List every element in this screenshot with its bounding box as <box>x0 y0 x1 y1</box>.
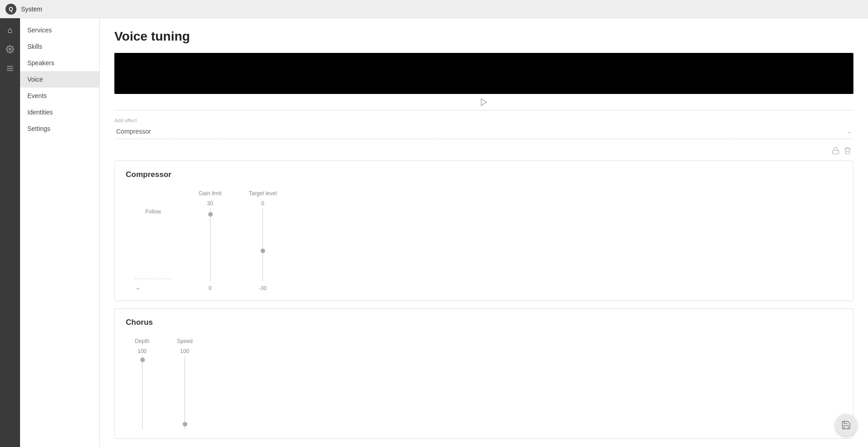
effect-actions <box>114 146 853 157</box>
target-level-thumb[interactable] <box>261 249 265 253</box>
save-fab-button[interactable] <box>835 414 857 436</box>
target-level-top-value: 0 <box>261 200 264 207</box>
compressor-card: Compressor Follow ⌄ Gain limit 30 <box>114 161 853 301</box>
sidebar-item-services[interactable]: Services <box>20 22 99 38</box>
app-logo: Q <box>5 4 16 15</box>
add-effect-value: Compressor <box>116 128 151 135</box>
add-effect-label: Add effect <box>114 118 853 123</box>
gain-limit-thumb[interactable] <box>208 212 213 217</box>
home-icon[interactable]: ⌂ <box>2 22 18 38</box>
sidebar-item-speakers[interactable]: Speakers <box>20 55 99 71</box>
target-level-group: Target level 0 -30 <box>249 190 277 291</box>
gain-limit-group: Gain limit 30 0 <box>199 190 221 291</box>
gain-limit-slider[interactable] <box>210 208 211 281</box>
compressor-title: Compressor <box>126 170 842 179</box>
page-title: Voice tuning <box>114 29 853 44</box>
speed-track <box>185 356 185 429</box>
speed-group: Speed 100 <box>177 338 193 429</box>
chorus-card: Chorus Depth 100 Speed 100 <box>114 308 853 439</box>
compressor-sliders: Follow ⌄ Gain limit 30 0 <box>126 190 842 291</box>
svg-marker-4 <box>481 99 487 105</box>
depth-track <box>142 356 143 429</box>
chorus-title: Chorus <box>126 318 842 327</box>
chorus-sliders: Depth 100 Speed 100 <box>126 338 842 429</box>
speed-value: 100 <box>180 348 189 354</box>
depth-value: 100 <box>138 348 147 354</box>
target-level-bottom-value: -30 <box>259 285 267 291</box>
lock-button[interactable] <box>832 146 840 157</box>
main-content: Voice tuning Add effect Compressor ⌄ <box>100 18 868 447</box>
target-level-track <box>262 208 263 281</box>
topbar: Q System <box>0 0 868 18</box>
play-button[interactable] <box>479 98 488 107</box>
sidebar-item-skills[interactable]: Skills <box>20 38 99 55</box>
chevron-down-icon: ⌄ <box>847 128 852 135</box>
speed-slider[interactable] <box>185 356 185 429</box>
delete-button[interactable] <box>843 146 852 157</box>
waveform-display <box>114 53 853 94</box>
gain-limit-bottom-value: 0 <box>209 285 212 291</box>
add-effect-section: Add effect Compressor ⌄ <box>114 118 853 139</box>
follow-group: Follow ⌄ <box>135 208 171 291</box>
gain-limit-track <box>210 208 211 281</box>
speed-thumb[interactable] <box>183 422 187 426</box>
depth-label: Depth <box>135 338 149 344</box>
svg-point-0 <box>9 48 11 51</box>
sidebar-item-identities[interactable]: Identities <box>20 104 99 120</box>
gain-limit-top-value: 30 <box>207 200 213 207</box>
depth-slider[interactable] <box>142 356 143 429</box>
follow-dotted-line <box>135 279 171 279</box>
sidebar-nav: Services Skills Speakers Voice Events Id… <box>20 18 100 447</box>
speed-label: Speed <box>177 338 193 344</box>
target-level-slider[interactable] <box>262 208 263 281</box>
depth-group: Depth 100 <box>135 338 149 429</box>
depth-thumb[interactable] <box>140 358 145 362</box>
gain-limit-label: Gain limit <box>199 190 221 197</box>
add-effect-dropdown[interactable]: Compressor ⌄ <box>114 124 853 139</box>
sidebar-item-voice[interactable]: Voice <box>20 71 99 88</box>
sidebar-item-settings[interactable]: Settings <box>20 120 99 137</box>
target-level-label: Target level <box>249 190 277 197</box>
follow-label: Follow <box>145 208 161 215</box>
sidebar-icons: ⌂ <box>0 18 20 447</box>
playback-bar <box>114 94 853 110</box>
follow-chevron-icon: ⌄ <box>135 283 141 291</box>
topbar-title: System <box>21 5 42 13</box>
svg-rect-5 <box>832 150 839 154</box>
sidebar-item-events[interactable]: Events <box>20 88 99 104</box>
menu-icon[interactable] <box>2 60 18 77</box>
skills-icon[interactable] <box>2 41 18 57</box>
